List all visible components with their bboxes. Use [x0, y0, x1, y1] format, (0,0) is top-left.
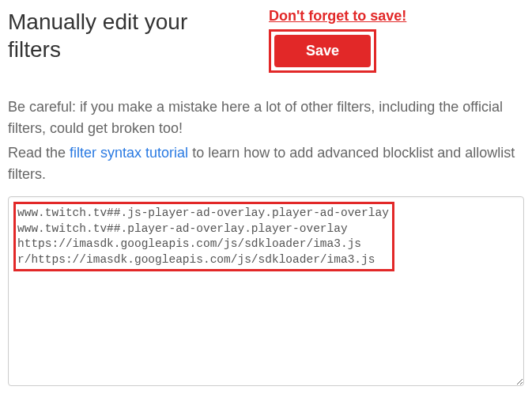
filter-syntax-tutorial-link[interactable]: filter syntax tutorial — [70, 145, 188, 161]
save-button[interactable]: Save — [274, 35, 371, 67]
filter-content[interactable]: www.twitch.tv##.js-player-ad-overlay.pla… — [17, 206, 389, 267]
filter-content-highlight: www.twitch.tv##.js-player-ad-overlay.pla… — [13, 202, 394, 271]
save-button-highlight: Save — [269, 29, 376, 73]
warning-text: Be careful: if you make a mistake here a… — [8, 97, 524, 139]
save-reminder: Don't forget to save! — [269, 8, 406, 25]
filter-editor[interactable]: www.twitch.tv##.js-player-ad-overlay.pla… — [8, 196, 524, 386]
tutorial-prefix: Read the — [8, 145, 70, 161]
page-title: Manually edit your filters — [8, 8, 213, 63]
tutorial-text: Read the filter syntax tutorial to learn… — [8, 142, 524, 185]
